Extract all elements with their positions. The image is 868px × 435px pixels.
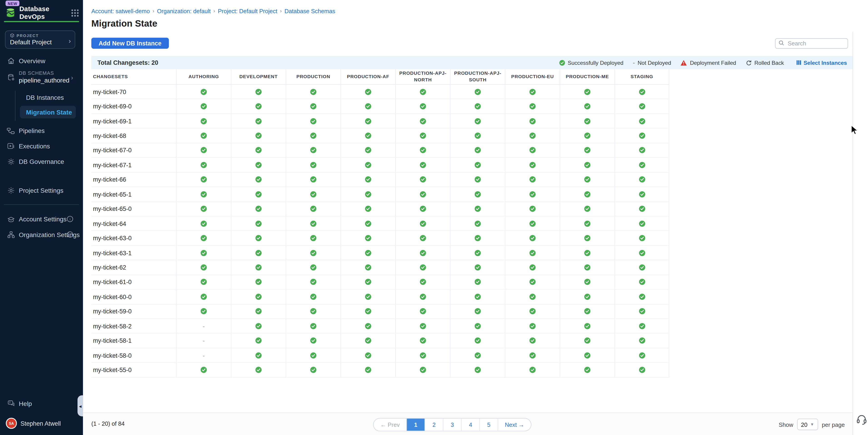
sidebar-item-db-governance[interactable]: DB Governance xyxy=(0,154,83,169)
table-row[interactable]: my-ticket-68 xyxy=(91,129,669,143)
check-circle-icon xyxy=(420,132,426,139)
info-icon[interactable]: i xyxy=(67,231,73,238)
table-row[interactable]: my-ticket-58-2- xyxy=(91,319,669,333)
table-row[interactable]: my-ticket-65-1 xyxy=(91,187,669,202)
status-deployed xyxy=(231,129,286,143)
project-selector[interactable]: PROJECT Default Project › xyxy=(5,30,75,49)
table-row[interactable]: my-ticket-63-1 xyxy=(91,246,669,260)
breadcrumb-organization-link[interactable]: Organization: default xyxy=(157,8,211,14)
status-deployed xyxy=(176,173,231,187)
table-row[interactable]: my-ticket-58-0- xyxy=(91,348,669,363)
status-deployed xyxy=(395,143,450,157)
search-input[interactable] xyxy=(775,38,848,49)
check-circle-icon xyxy=(310,132,316,139)
table-row[interactable]: my-ticket-65-0 xyxy=(91,202,669,216)
status-deployed xyxy=(505,275,560,289)
sidebar-item-pipelines[interactable]: Pipelines xyxy=(0,123,83,138)
check-circle-icon xyxy=(639,103,645,110)
status-deployed xyxy=(176,158,231,172)
table-row[interactable]: my-ticket-64 xyxy=(91,216,669,231)
check-circle-icon xyxy=(529,162,536,168)
check-circle-icon xyxy=(310,220,316,227)
check-circle-icon xyxy=(420,279,426,285)
app-switcher-icon[interactable] xyxy=(71,9,79,17)
content-right-border xyxy=(852,32,853,435)
check-circle-icon xyxy=(639,176,645,183)
prev-page-button[interactable]: ← Prev xyxy=(374,418,406,431)
table-row[interactable]: my-ticket-67-1 xyxy=(91,158,669,173)
check-circle-icon xyxy=(255,88,262,95)
check-circle-icon xyxy=(255,118,262,124)
status-deployed xyxy=(560,143,614,157)
info-icon[interactable]: i xyxy=(67,216,73,222)
table-row[interactable]: my-ticket-69-1 xyxy=(91,114,669,129)
check-circle-icon xyxy=(365,235,371,241)
table-row[interactable]: my-ticket-61-0 xyxy=(91,275,669,289)
check-circle-icon xyxy=(255,162,262,168)
breadcrumb-database-schemas-link[interactable]: Database Schemas xyxy=(284,8,335,14)
check-circle-icon xyxy=(310,162,316,168)
status-deployed xyxy=(560,289,614,304)
status-deployed xyxy=(340,85,395,99)
status-deployed xyxy=(450,260,505,275)
sidebar-item-db-schemas[interactable]: DB SCHEMAS pipeline_authored › xyxy=(0,68,83,87)
check-circle-icon xyxy=(639,162,645,168)
check-circle-icon xyxy=(420,206,426,212)
table-row[interactable]: my-ticket-70 xyxy=(91,85,669,99)
page-button-5[interactable]: 5 xyxy=(479,418,498,431)
table-row[interactable]: my-ticket-62 xyxy=(91,260,669,275)
status-deployed xyxy=(614,143,669,157)
sidebar-item-executions[interactable]: Executions xyxy=(0,139,83,153)
status-deployed xyxy=(176,187,231,201)
select-instances-link[interactable]: Select Instances xyxy=(797,60,847,66)
support-headset-icon[interactable] xyxy=(856,414,867,425)
check-circle-icon xyxy=(255,103,262,110)
check-circle-icon xyxy=(365,132,371,139)
table-row[interactable]: my-ticket-55-0 xyxy=(91,363,669,377)
sidebar-item-project-settings[interactable]: Project Settings xyxy=(0,183,83,197)
table-row[interactable]: my-ticket-67-0 xyxy=(91,143,669,158)
status-deployed xyxy=(340,246,395,260)
status-deployed xyxy=(340,187,395,201)
page-button-1[interactable]: 1 xyxy=(406,418,425,431)
sidebar-item-label: Executions xyxy=(19,143,50,150)
sidebar-item-migration-state[interactable]: Migration State xyxy=(20,106,76,118)
check-circle-icon xyxy=(474,147,481,154)
status-deployed xyxy=(176,216,231,230)
check-circle-icon xyxy=(474,162,481,168)
sidebar-item-overview[interactable]: Overview xyxy=(0,54,83,68)
breadcrumb-project-link[interactable]: Project: Default Project xyxy=(218,8,277,14)
page-size-select[interactable]: 20 ▼ xyxy=(797,418,818,430)
check-circle-icon xyxy=(200,279,207,285)
table-row[interactable]: my-ticket-69-0 xyxy=(91,99,669,114)
migration-table-body: my-ticket-70my-ticket-69-0my-ticket-69-1… xyxy=(91,85,669,377)
table-row[interactable]: my-ticket-58-1- xyxy=(91,334,669,348)
page-button-3[interactable]: 3 xyxy=(443,418,461,431)
check-circle-icon xyxy=(584,103,591,110)
status-deployed xyxy=(340,348,395,362)
page-button-4[interactable]: 4 xyxy=(461,418,479,431)
summary-band: Total Changesets: 20 Successfully Deploy… xyxy=(91,56,852,69)
sidebar-item-label: DB Instances xyxy=(26,94,64,100)
sidebar-item-help[interactable]: ? Help xyxy=(0,396,83,411)
status-deployed xyxy=(450,187,505,201)
check-circle-icon xyxy=(529,337,536,344)
page-button-2[interactable]: 2 xyxy=(425,418,443,431)
table-row[interactable]: my-ticket-59-0 xyxy=(91,304,669,319)
status-deployed xyxy=(231,363,286,377)
sidebar-collapse-handle[interactable]: ◀ xyxy=(78,395,83,416)
sidebar-item-db-instances[interactable]: DB Instances xyxy=(20,91,76,104)
table-row[interactable]: my-ticket-60-0 xyxy=(91,289,669,304)
add-new-db-instance-button[interactable]: Add New DB Instance xyxy=(91,38,168,49)
user-menu[interactable]: SA Stephen Atwell xyxy=(0,416,83,431)
table-row[interactable]: my-ticket-63-0 xyxy=(91,231,669,246)
check-circle-icon xyxy=(310,279,316,285)
sidebar-item-account-settings[interactable]: Account Settings i xyxy=(0,212,83,226)
breadcrumb-account-link[interactable]: Account: satwell-demo xyxy=(91,8,150,14)
db-schemas-labels: DB SCHEMAS pipeline_authored xyxy=(19,70,69,85)
sidebar-item-organization-settings[interactable]: Organization Settings i xyxy=(0,227,83,242)
status-deployed xyxy=(505,202,560,216)
status-deployed xyxy=(231,143,286,157)
next-page-button[interactable]: Next → xyxy=(498,418,531,431)
table-row[interactable]: my-ticket-66 xyxy=(91,173,669,187)
